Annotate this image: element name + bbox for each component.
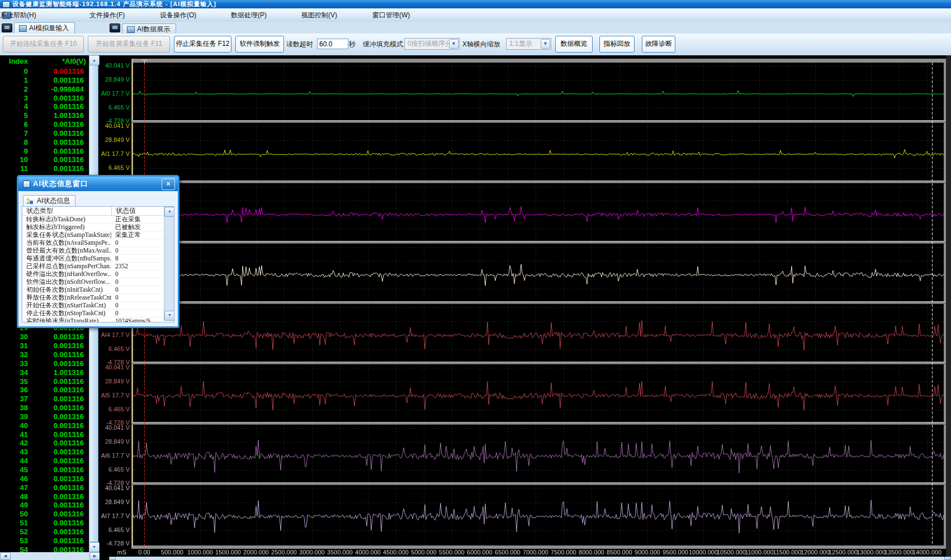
stop-button[interactable]: 停止采集任务 F12 (174, 36, 231, 53)
waveform-canvas (100, 55, 951, 560)
buffer-mode-select[interactable]: 0按扫描顺序分 ▼ (404, 38, 460, 50)
scroll-left-icon[interactable]: ◀ (0, 552, 11, 560)
buffer-mode-label: 缓冲填充模式 (363, 34, 403, 55)
scroll-right-icon[interactable] (944, 557, 951, 560)
status-row: 当前有效点数(nAvailSampsPe...0 (22, 239, 174, 247)
tab-label: AI模拟量输入 (29, 24, 69, 32)
menu-file[interactable]: 文件操作(F) (89, 8, 125, 22)
y-axis-label: 28.849 V (101, 438, 130, 445)
y-axis-label: -4.728 V (101, 540, 130, 547)
window-titlebar: 设备健康监测智能终端-192.168.1.4 产品演示系统 - [AI模拟量输入… (0, 0, 951, 8)
scroll-down-icon[interactable]: ▼ (164, 311, 174, 321)
dialog-scrollbar[interactable]: ▲ ▼ (164, 207, 174, 321)
scroll-right-icon[interactable]: ▶ (89, 552, 100, 560)
ai-status-dialog: AI状态信息窗口 × AI状态信息 状态类型状态值 转换标志(bTaskDone… (17, 175, 179, 328)
status-row: 每通道缓冲区点数(nBufSamps...8 (22, 255, 174, 263)
y-axis-label: 6.465 V (101, 406, 130, 413)
indicator-replay-button[interactable]: 指标回放 (599, 36, 635, 53)
index-column-header: Index (0, 55, 28, 67)
ai-value-row: 360.001316 (0, 386, 89, 395)
x-axis-label: 14000.000 (907, 549, 947, 556)
data-overview-button[interactable]: 数据概览 (555, 36, 593, 53)
tab-ai-analog-input[interactable]: AI模拟量输入 (14, 22, 75, 34)
ai-value-row: 60.001316 (0, 120, 89, 129)
y-axis-label: 40.041 V (101, 424, 130, 431)
scroll-up-icon[interactable]: ▲ (164, 207, 174, 217)
scroll-left-icon[interactable] (109, 557, 116, 560)
ai-value-row: 80.001316 (0, 138, 89, 147)
close-icon[interactable]: × (162, 178, 175, 190)
start-firstscreen-button[interactable]: 开始首屏采集任务 F11 (88, 36, 170, 53)
y-axis-label: 6.465 V (101, 104, 130, 111)
ai-value-row: 380.001316 (0, 404, 89, 412)
y-axis-label: AI7 17.7 V (101, 512, 130, 520)
menu-view[interactable]: 视图控制(V) (301, 8, 337, 22)
menu-bar: 文件操作(F) 设备操作(O) 数据处理(P) 视图控制(V) 窗口管理(W) … (0, 8, 951, 22)
status-table: 状态类型状态值 转换标志(bTaskDone)正在采集触发标志(bTrigger… (22, 206, 174, 322)
ai-value-row: 100.001316 (0, 155, 89, 164)
ai-value-row: 420.001316 (0, 439, 89, 448)
ai-value-row: 51.001316 (0, 111, 89, 120)
timeout-input[interactable] (317, 39, 348, 49)
y-axis-label: AI1 17.7 V (101, 150, 130, 158)
ai-value-row: 480.001316 (0, 492, 89, 501)
dialog-tab-label: AI状态信息 (37, 197, 70, 205)
window-icon (2, 23, 12, 32)
dialog-titlebar[interactable]: AI状态信息窗口 × (18, 177, 178, 191)
status-row: 停止任务次数(nStopTaskCnt)0 (22, 310, 174, 317)
y-axis-label: AI4 17.7 V (101, 331, 130, 339)
status-row: 转换标志(bTaskDone)正在采集 (22, 216, 174, 224)
grid-icon (27, 198, 33, 204)
xzoom-select[interactable]: 1:1显示 ▼ (506, 38, 551, 50)
dialog-title: AI状态信息窗口 (33, 177, 88, 191)
menu-device[interactable]: 设备操作(O) (160, 8, 196, 22)
ai-value-row: 350.001316 (0, 377, 89, 386)
y-axis-label: AI0 17.7 V (101, 90, 130, 97)
ai-value-row: 490.001316 (0, 501, 89, 510)
toolbar: 开始连续采集任务 F10 开始首屏采集任务 F11 停止采集任务 F12 软件强… (0, 34, 951, 56)
y-axis-label: 40.041 V (101, 62, 130, 69)
window-title: 设备健康监测智能终端-192.168.1.4 产品演示系统 - [AI模拟量输入… (12, 0, 216, 8)
list-horizontal-scrollbar[interactable]: ◀ ▶ (0, 552, 98, 560)
status-row: 释放任务次数(nReleaseTaskCnt)0 (22, 294, 174, 302)
start-continuous-button[interactable]: 开始连续采集任务 F10 (3, 36, 84, 53)
xzoom-value: 1:1显示 (509, 40, 532, 48)
status-row: 硬件溢出次数(nHardOverflow...0 (22, 270, 174, 278)
status-row: 软件溢出次数(nSoftOverflow...0 (22, 278, 174, 286)
timeout-label: 读数超时 (286, 34, 313, 55)
type-column-header: 状态类型 (22, 207, 112, 215)
menu-window[interactable]: 窗口管理(W) (372, 8, 410, 22)
status-row: 采集任务状态(nSampTaskState)采集正常 (22, 231, 174, 239)
tab-ai-data-display[interactable]: AI数据展示 (122, 23, 176, 34)
menu-help[interactable]: 系统帮助(H) (0, 8, 36, 22)
ai-value-row: 510.001316 (0, 519, 89, 528)
xzoom-label: X轴横向缩放 (462, 34, 500, 55)
status-row: 曾经最大有效点数(nMaxAvail...0 (22, 247, 174, 255)
y-axis-label: 6.465 V (101, 164, 130, 172)
ai-value-row: 410.001316 (0, 430, 89, 439)
menu-data[interactable]: 数据处理(P) (231, 8, 267, 22)
y-axis-label: 6.465 V (101, 526, 130, 534)
scroll-down-icon[interactable]: ▼ (89, 542, 100, 552)
chart-horizontal-scrollbar[interactable] (109, 557, 951, 560)
ai-value-row: 2-0.998684 (0, 85, 89, 94)
app-icon (2, 1, 10, 8)
scroll-up-icon[interactable]: ▲ (89, 55, 100, 65)
ai-value-row: 320.001316 (0, 350, 89, 359)
ai-value-row: 70.001316 (0, 129, 89, 138)
ai-value-row: 400.001316 (0, 421, 89, 430)
ai-value-row: 390.001316 (0, 412, 89, 421)
fault-diagnosis-button[interactable]: 故障诊断 (642, 36, 675, 53)
tab-ai-status-info[interactable]: AI状态信息 (23, 195, 75, 207)
list-header: Index *AI0(V) (0, 55, 89, 67)
ai-value-row: 500.001316 (0, 510, 89, 519)
monitor-icon (19, 25, 27, 32)
ai-value-row: 470.001316 (0, 483, 89, 492)
force-trigger-button[interactable]: 软件强制触发 (235, 36, 284, 53)
status-row: 已采样总点数(nSampsPerChan...2352 (22, 263, 174, 270)
status-row: 触发标志(bTriggered)已被触发 (22, 224, 174, 231)
timeout-unit: 秒 (349, 34, 356, 55)
ai-value-row: 90.001316 (0, 147, 89, 156)
ai-value-row: 460.001316 (0, 474, 89, 483)
ai-value-row: 440.001316 (0, 457, 89, 466)
